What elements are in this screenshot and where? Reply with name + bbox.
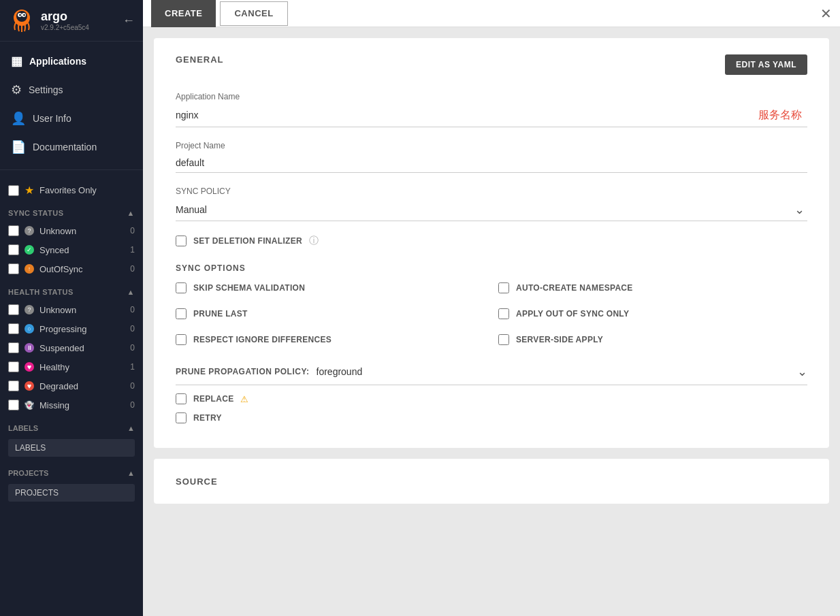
health-status-group: HEALTH STATUS ▲ ? Unknown 0 ○ Progressin… <box>0 281 143 417</box>
panel-header-row: GENERAL EDIT AS YAML <box>176 54 807 78</box>
labels-title: LABELS <box>8 424 38 432</box>
health-status-collapse-icon[interactable]: ▲ <box>127 288 135 296</box>
prune-last-checkbox[interactable] <box>176 308 187 319</box>
respect-ignore-differences-checkbox[interactable] <box>176 334 187 345</box>
filter-cb-outofsync[interactable] <box>8 263 19 274</box>
projects-header: PROJECTS ▲ <box>0 465 143 481</box>
source-title: SOURCE <box>176 476 218 487</box>
filter-item-unknown-sync[interactable]: ? Unknown 0 <box>0 221 143 240</box>
replace-label: REPLACE <box>193 394 233 404</box>
replace-warn-icon: ⚠ <box>240 394 248 404</box>
filter-item-suspended[interactable]: ⏸ Suspended 0 <box>0 338 143 357</box>
deletion-finalizer-row: SET DELETION FINALIZER ⓘ <box>176 235 807 247</box>
filter-cb-suspended[interactable] <box>8 342 19 353</box>
sidebar-item-applications[interactable]: ▦ Applications <box>0 47 143 76</box>
unknown-sync-dot: ? <box>25 226 34 236</box>
close-button[interactable]: ✕ <box>820 5 832 22</box>
sidebar-item-settings[interactable]: ⚙ Settings <box>0 76 143 104</box>
filter-cb-progressing[interactable] <box>8 323 19 334</box>
sync-policy-select[interactable]: Manual Automatic <box>176 199 807 221</box>
auto-create-namespace-checkbox[interactable] <box>498 282 509 293</box>
synced-count: 1 <box>130 245 135 255</box>
sync-policy-label: SYNC POLICY <box>176 187 807 196</box>
unknown-health-count: 0 <box>130 305 135 314</box>
star-icon: ★ <box>25 184 34 197</box>
application-name-input[interactable] <box>176 106 753 125</box>
svg-point-4 <box>19 14 21 16</box>
unknown-health-dot: ? <box>25 305 34 314</box>
respect-ignore-differences-row: RESPECT IGNORE DIFFERENCES <box>176 334 485 345</box>
filter-cb-missing[interactable] <box>8 400 19 410</box>
filter-item-degraded[interactable]: ♥ Degraded 0 <box>0 376 143 395</box>
favorites-row[interactable]: ★ Favorites Only <box>0 178 143 202</box>
deletion-finalizer-checkbox[interactable] <box>176 236 187 246</box>
progressing-count: 0 <box>130 324 135 334</box>
filter-item-outofsync[interactable]: ↑ OutOfSync 0 <box>0 259 143 278</box>
suspended-label: Suspended <box>39 343 125 353</box>
sync-policy-select-wrapper: Manual Automatic ⌄ <box>176 199 807 221</box>
application-name-hint: 服务名称 <box>753 104 807 127</box>
filter-cb-unknown-health[interactable] <box>8 304 19 315</box>
outofsync-dot: ↑ <box>25 264 34 274</box>
create-button[interactable]: CREATE <box>151 0 216 27</box>
apply-out-of-sync-only-checkbox[interactable] <box>498 308 509 319</box>
sidebar-item-documentation[interactable]: 📄 Documentation <box>0 133 143 161</box>
apply-out-of-sync-only-row: APPLY OUT OF SYNC ONLY <box>498 308 807 319</box>
skip-schema-validation-label: SKIP SCHEMA VALIDATION <box>193 283 305 293</box>
sync-options-section: SYNC OPTIONS SKIP SCHEMA VALIDATION AUTO… <box>176 263 807 423</box>
sidebar-item-label-applications: Applications <box>29 56 86 67</box>
favorites-label: Favorites Only <box>39 185 97 195</box>
projects-section: PROJECTS ▲ PROJECTS <box>0 462 143 507</box>
degraded-count: 0 <box>130 381 135 391</box>
sync-options-title: SYNC OPTIONS <box>176 263 807 273</box>
projects-collapse-icon[interactable]: ▲ <box>127 469 135 477</box>
prune-propagation-select[interactable]: foreground background orphan <box>317 366 790 377</box>
labels-tag[interactable]: LABELS <box>8 439 135 457</box>
deletion-finalizer-label: SET DELETION FINALIZER <box>193 236 302 246</box>
project-name-input[interactable] <box>176 153 807 173</box>
replace-checkbox[interactable] <box>176 393 187 404</box>
replace-row: REPLACE ⚠ <box>176 393 807 404</box>
sync-status-collapse-icon[interactable]: ▲ <box>127 209 135 217</box>
source-panel: SOURCE <box>154 459 829 504</box>
filter-cb-unknown-sync[interactable] <box>8 225 19 236</box>
unknown-health-label: Unknown <box>39 305 125 315</box>
unknown-sync-count: 0 <box>130 226 135 236</box>
sync-status-group: SYNC STATUS ▲ ? Unknown 0 ✓ Synced 1 ↑ O… <box>0 202 143 281</box>
skip-schema-validation-checkbox[interactable] <box>176 282 187 293</box>
auto-create-namespace-label: AUTO-CREATE NAMESPACE <box>516 283 633 293</box>
back-button[interactable]: ← <box>123 14 135 28</box>
server-side-apply-label: SERVER-SIDE APPLY <box>516 335 603 344</box>
project-name-field: Project Name <box>176 141 807 173</box>
filter-item-healthy[interactable]: ♥ Healthy 1 <box>0 357 143 376</box>
favorites-checkbox[interactable] <box>8 185 19 196</box>
filter-cb-degraded[interactable] <box>8 380 19 391</box>
deletion-finalizer-info-icon[interactable]: ⓘ <box>309 235 319 247</box>
sidebar-item-user-info[interactable]: 👤 User Info <box>0 104 143 133</box>
server-side-apply-checkbox[interactable] <box>498 334 509 345</box>
filter-item-synced[interactable]: ✓ Synced 1 <box>0 240 143 259</box>
cancel-button[interactable]: CANCEL <box>220 1 287 26</box>
filter-cb-healthy[interactable] <box>8 361 19 372</box>
projects-tag[interactable]: PROJECTS <box>8 484 135 502</box>
filter-cb-synced[interactable] <box>8 244 19 255</box>
filter-item-progressing[interactable]: ○ Progressing 0 <box>0 319 143 338</box>
health-status-title: HEALTH STATUS <box>8 288 74 296</box>
prune-propagation-label: PRUNE PROPAGATION POLICY: <box>176 367 310 376</box>
filter-item-missing[interactable]: 👻 Missing 0 <box>0 395 143 415</box>
degraded-dot: ♥ <box>25 381 34 391</box>
general-panel: GENERAL EDIT AS YAML Application Name 服务… <box>154 38 829 448</box>
svg-point-1 <box>16 11 27 22</box>
argo-logo-icon <box>8 7 35 34</box>
application-name-label: Application Name <box>176 92 807 101</box>
retry-checkbox[interactable] <box>176 412 187 423</box>
labels-collapse-icon[interactable]: ▲ <box>127 424 135 432</box>
respect-ignore-differences-label: RESPECT IGNORE DIFFERENCES <box>193 335 332 344</box>
filter-item-unknown-health[interactable]: ? Unknown 0 <box>0 300 143 319</box>
healthy-count: 1 <box>130 362 135 372</box>
edit-as-yaml-button[interactable]: EDIT AS YAML <box>725 54 807 75</box>
synced-dot: ✓ <box>25 245 34 255</box>
filter-section: ★ Favorites Only SYNC STATUS ▲ ? Unknown… <box>0 173 143 513</box>
logo-version: v2.9.2+c5ea5c4 <box>41 24 89 31</box>
missing-count: 0 <box>130 400 135 410</box>
